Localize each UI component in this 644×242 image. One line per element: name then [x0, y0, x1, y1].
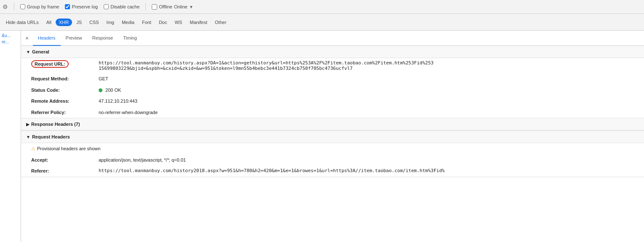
referer-label: Referer:	[31, 168, 99, 175]
disable-cache-checkbox-label[interactable]: Disable cache	[104, 4, 140, 9]
tab-response[interactable]: Response	[87, 31, 118, 46]
referrer-policy-value: no-referrer-when-downgrade	[99, 109, 158, 116]
provisional-warning-text: Provisional headers are shown	[37, 145, 100, 152]
filter-btn-all[interactable]: All	[43, 19, 55, 26]
tab-close-button[interactable]: ×	[23, 34, 31, 43]
request-url-value: https://tool.manmanbuy.com/history.aspx?…	[99, 60, 634, 71]
accept-value: application/json, text/javascript, */*; …	[99, 157, 186, 164]
remote-address-value: 47.112.10.210:443	[99, 98, 137, 105]
status-code-value: 200 OK	[99, 87, 121, 94]
request-method-label: Request Method:	[31, 75, 99, 82]
request-headers-arrow-icon: ▼	[26, 135, 30, 139]
request-url-label-wrapper: Request URL:	[31, 60, 99, 68]
general-section-header[interactable]: ▼ General	[21, 46, 644, 58]
tab-bar: × Headers Preview Response Timing	[21, 31, 644, 46]
filter-btn-media[interactable]: Media	[118, 19, 138, 26]
filter-bar: Hide data URLs All XHR JS CSS Img Media …	[0, 14, 644, 31]
request-headers-section-header[interactable]: ▼ Request Headers	[21, 131, 644, 143]
tab-preview[interactable]: Preview	[61, 31, 87, 46]
filter-btn-doc[interactable]: Doc	[156, 19, 171, 26]
general-arrow-icon: ▼	[26, 50, 30, 54]
filter-btn-hide-data-urls[interactable]: Hide data URLs	[3, 19, 42, 26]
response-headers-arrow-icon: ▶	[26, 122, 30, 127]
referrer-policy-label: Referrer Policy:	[31, 109, 99, 116]
referrer-policy-row: Referrer Policy: no-referrer-when-downgr…	[21, 107, 644, 118]
offline-checkbox[interactable]	[152, 4, 157, 10]
filter-btn-font[interactable]: Font	[139, 19, 155, 26]
preserve-log-checkbox-label[interactable]: Preserve log	[65, 4, 98, 9]
tab-timing[interactable]: Timing	[118, 31, 142, 46]
request-url-row: Request URL: https://tool.manmanbuy.com/…	[21, 58, 644, 73]
request-headers-title: Request Headers	[32, 134, 70, 139]
tab-headers[interactable]: Headers	[33, 31, 61, 46]
general-section: ▼ General Request URL: https://tool.manm…	[21, 46, 644, 118]
online-label: Online	[174, 4, 188, 9]
general-title: General	[32, 49, 49, 54]
network-indicator: Offline Online ▼	[152, 4, 193, 10]
request-method-value: GET	[99, 75, 108, 82]
filter-btn-other[interactable]: Other	[212, 19, 230, 26]
response-headers-section: ▶ Response Headers (7)	[21, 118, 644, 131]
left-panel: &u... re...	[0, 31, 21, 242]
group-by-frame-label: Group by frame	[27, 4, 59, 9]
group-by-frame-checkbox-label[interactable]: Group by frame	[20, 4, 59, 9]
response-headers-title: Response Headers (7)	[31, 122, 80, 127]
preserve-log-label: Preserve log	[72, 4, 98, 9]
status-dot-icon	[99, 88, 102, 92]
accept-label: Accept:	[31, 157, 99, 164]
filter-btn-css[interactable]: CSS	[86, 19, 102, 26]
toolbar-divider-2	[145, 3, 146, 11]
offline-label: Offline	[159, 4, 172, 9]
toolbar-divider	[14, 3, 14, 11]
left-entry-2[interactable]: re...	[0, 39, 21, 45]
remote-address-row: Remote Address: 47.112.10.210:443	[21, 96, 644, 107]
filter-btn-xhr[interactable]: XHR	[56, 19, 72, 26]
filter-btn-img[interactable]: Img	[103, 19, 118, 26]
referer-value: https://tool.manmanbuy.com/history2018.a…	[99, 168, 445, 175]
right-panel: × Headers Preview Response Timing ▼ Gene…	[21, 31, 644, 242]
warning-icon: ⚠	[31, 145, 35, 152]
remote-address-label: Remote Address:	[31, 98, 99, 105]
status-code-label: Status Code:	[31, 87, 99, 94]
request-method-row: Request Method: GET	[21, 73, 644, 85]
filter-btn-ws[interactable]: WS	[171, 19, 185, 26]
left-entry-1[interactable]: &u...	[0, 32, 21, 39]
referer-row: Referer: https://tool.manmanbuy.com/hist…	[21, 165, 644, 177]
response-headers-section-header[interactable]: ▶ Response Headers (7)	[21, 118, 644, 130]
network-dropdown-arrow[interactable]: ▼	[189, 5, 193, 9]
content-area: ▼ General Request URL: https://tool.manm…	[21, 46, 644, 242]
filter-btn-js[interactable]: JS	[73, 19, 85, 26]
main-layout: &u... re... × Headers Preview Response T…	[0, 31, 644, 242]
request-headers-section: ▼ Request Headers ⚠ Provisional headers …	[21, 131, 644, 177]
request-url-label: Request URL:	[31, 60, 69, 68]
provisional-headers-warning: ⚠ Provisional headers are shown	[21, 143, 644, 154]
status-code-row: Status Code: 200 OK	[21, 85, 644, 96]
preserve-log-checkbox[interactable]	[65, 4, 70, 9]
disable-cache-checkbox[interactable]	[104, 4, 109, 9]
disable-cache-label: Disable cache	[110, 4, 140, 9]
settings-icon[interactable]: ⚙	[3, 3, 8, 10]
filter-btn-manifest[interactable]: Manifest	[186, 19, 211, 26]
group-by-frame-checkbox[interactable]	[20, 4, 25, 9]
toolbar: ⚙ Group by frame Preserve log Disable ca…	[0, 0, 644, 14]
accept-row: Accept: application/json, text/javascrip…	[21, 154, 644, 166]
